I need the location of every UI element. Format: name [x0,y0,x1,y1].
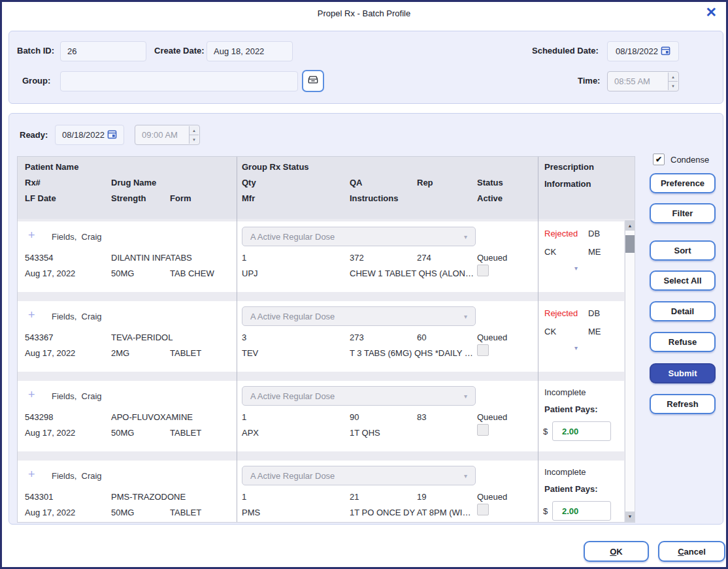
col-qty: Qty [242,178,256,187]
info-dropdown[interactable] [539,340,624,359]
rx-number: 543354 [25,253,53,263]
time-field[interactable]: 08:55 AM ▲ ▼ [607,71,679,91]
col-qa: QA [350,178,363,187]
spin-up-icon[interactable]: ▲ [669,73,678,82]
create-date-field[interactable]: Aug 18, 2022 [207,41,293,61]
expand-plus-icon[interactable]: + [28,309,35,321]
strength: 50MG [111,268,134,278]
filter-button[interactable]: Filter [650,203,716,223]
create-date-label: Create Date: [154,46,205,56]
info-ck: CK [544,327,556,336]
col-active: Active [477,193,503,203]
spin-up-icon[interactable]: ▲ [190,126,199,135]
group-field[interactable] [60,71,298,91]
detail-button[interactable]: Detail [650,301,716,321]
col-strength: Strength [111,193,146,203]
active-checkbox[interactable] [477,344,489,356]
col-group-rx-status: Group Rx Status [242,162,309,172]
group-lookup-button[interactable] [302,70,324,92]
mfr-value: TEV [242,348,258,358]
expand-plus-icon[interactable]: + [28,389,35,400]
group-rx-status-value: A Active Regular Dose [250,471,335,481]
group-rx-status-dropdown[interactable]: A Active Regular Dose ▾ [242,386,476,406]
col-information: Information [544,179,591,189]
refresh-button[interactable]: Refresh [650,394,716,414]
dialog-title: Propel Rx - Batch Profile [2,8,726,18]
condense-label: Condense [670,155,709,165]
vertical-scrollbar[interactable]: ▲ ▼ [625,220,635,522]
status-value: Queued [477,412,507,422]
active-checkbox[interactable] [477,265,489,276]
preference-button[interactable]: Preference [650,173,716,193]
lf-date: Aug 17, 2022 [25,508,75,517]
table-row[interactable]: + Fields, Craig 543301 PMS-TRAZODONE Aug… [18,461,624,522]
strength: 50MG [111,508,134,517]
qa-value: 21 [350,492,359,502]
info-db: DB [588,308,600,318]
calendar-icon[interactable] [107,129,117,141]
batch-profile-dialog: Propel Rx - Batch Profile ✕ Batch ID: 26… [0,0,728,569]
scroll-up-icon[interactable]: ▲ [625,221,635,231]
form: TAB CHEW [170,268,214,278]
patient-pays-label: Patient Pays: [544,484,598,494]
qa-value: 273 [350,333,364,342]
drug-name: DILANTIN INFATABS [111,253,192,263]
table-row[interactable]: + Fields, Craig 543298 APO-FLUVOXAMINE A… [18,381,624,451]
strength: 50MG [111,428,134,438]
info-db: DB [588,229,600,238]
group-rx-status-dropdown[interactable]: A Active Regular Dose ▾ [242,227,476,246]
spin-down-icon[interactable]: ▼ [669,82,678,90]
chevron-down-icon: ▾ [464,313,467,320]
expand-plus-icon[interactable]: + [28,229,35,241]
qty-value: 1 [242,253,246,263]
create-date-value: Aug 18, 2022 [214,46,264,56]
col-form: Form [170,193,191,203]
info-dropdown-caret-icon[interactable]: ▾ [574,344,578,351]
scheduled-date-field[interactable]: 08/18/2022 [607,41,679,61]
group-rx-status-dropdown[interactable]: A Active Regular Dose ▾ [242,466,476,485]
batch-id-field[interactable]: 26 [60,41,146,61]
calendar-icon[interactable] [661,46,670,57]
column-divider [538,157,538,522]
group-rx-status-dropdown[interactable]: A Active Regular Dose ▾ [242,306,476,326]
instructions-value: 1T QHS [350,428,380,438]
col-prescription: Prescription [544,162,594,172]
rep-value: 19 [417,492,426,502]
ready-time-field[interactable]: 09:00 AM ▲ ▼ [135,125,200,145]
scheduled-date-value: 08/18/2022 [616,46,658,56]
drug-name: APO-FLUVOXAMINE [111,412,193,422]
ok-button[interactable]: OK [584,541,649,562]
col-status: Status [477,178,503,187]
ready-date-field[interactable]: 08/18/2022 [55,125,124,145]
spin-down-icon[interactable]: ▼ [190,135,199,144]
refuse-button[interactable]: Refuse [650,332,716,352]
patient-pays-label: Patient Pays: [544,404,598,414]
form: TABLET [170,428,201,438]
sort-button[interactable]: Sort [650,240,716,261]
select-all-button[interactable]: Select All [650,270,716,291]
table-row[interactable]: + Fields, Craig 543354 DILANTIN INFATABS… [18,221,624,292]
instructions-value: 1T PO ONCE DY AT 8PM (WITH 100… [350,508,474,517]
rx-status-badge: Incomplete [544,467,586,477]
cancel-button[interactable]: Cancel [658,541,725,562]
info-dropdown-caret-icon[interactable]: ▾ [574,265,578,272]
condense-checkbox[interactable]: ✔ [653,154,665,165]
patient-pays-input[interactable]: 2.00 [552,421,611,441]
active-checkbox[interactable] [477,424,489,436]
time-spinner: ▲ ▼ [668,73,678,90]
expand-plus-icon[interactable]: + [28,468,35,480]
lf-date: Aug 17, 2022 [25,428,75,438]
currency-symbol: $ [543,506,548,516]
ready-time-value: 09:00 AM [142,130,178,140]
table-row[interactable]: + Fields, Craig 543367 TEVA-PERIDOL Aug … [18,301,624,372]
submit-button[interactable]: Submit [650,363,716,383]
patient-pays-input[interactable]: 2.00 [552,501,611,521]
close-icon[interactable]: ✕ [705,5,717,19]
title-bar: Propel Rx - Batch Profile ✕ [2,2,726,25]
scroll-down-icon[interactable]: ▼ [625,512,635,521]
batch-header-panel: Batch ID: 26 Create Date: Aug 18, 2022 S… [8,31,723,104]
col-patient-name: Patient Name [25,162,78,172]
active-checkbox[interactable] [477,504,489,515]
scrollbar-thumb[interactable] [625,235,635,253]
batch-detail-panel: Ready: 08/18/2022 09:00 AM ▲ ▼ Patient N… [8,113,723,525]
